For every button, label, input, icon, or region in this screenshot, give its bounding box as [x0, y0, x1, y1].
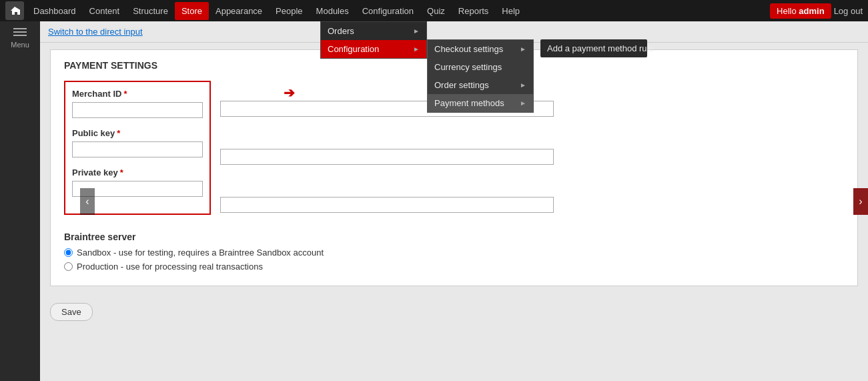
nav-dashboard[interactable]: Dashboard [27, 2, 83, 20]
public-key-input[interactable] [72, 141, 203, 157]
nav-right-section: Hello admin Log out [770, 3, 863, 19]
save-button[interactable]: Save [50, 303, 93, 321]
store-orders-item[interactable]: Orders ► [321, 22, 426, 40]
sandbox-radio-row: Sandbox - use for testing, requires a Br… [64, 248, 844, 258]
production-radio[interactable] [64, 262, 73, 271]
currency-settings-item[interactable]: Currency settings [428, 58, 533, 76]
configuration-label: Configuration [328, 44, 379, 54]
public-key-field: Public key* [72, 128, 203, 157]
merchant-id-label: Merchant ID* [72, 89, 203, 99]
hamburger-bar-2 [13, 31, 27, 33]
nav-appearance[interactable]: Appearance [209, 2, 269, 20]
payment-methods-label: Payment methods [434, 98, 504, 108]
nav-structure[interactable]: Structure [126, 2, 175, 20]
payment-methods-item[interactable]: Payment methods ► [428, 94, 533, 112]
switch-direct-input-link[interactable]: Switch to the direct input [48, 27, 143, 37]
orders-label: Orders [328, 26, 354, 36]
menu-button[interactable]: Menu [11, 28, 29, 49]
order-expand-icon: ► [520, 81, 526, 89]
store-configuration-item[interactable]: Configuration ► [321, 40, 426, 58]
merchant-id-field: Merchant ID* [72, 89, 203, 118]
private-required-marker: * [120, 167, 123, 177]
private-key-full-input[interactable] [220, 197, 554, 213]
order-settings-item[interactable]: Order settings ► [428, 76, 533, 94]
hello-prefix: Hello [777, 6, 799, 16]
page-area: Menu Switch to the direct input Orders ►… [0, 21, 868, 381]
sandbox-label: Sandbox - use for testing, requires a Br… [77, 248, 324, 258]
public-key-full-input[interactable] [220, 149, 554, 165]
sidebar: Menu [0, 21, 40, 381]
payment-expand-icon: ► [520, 99, 526, 107]
order-settings-label: Order settings [434, 80, 489, 90]
nav-content[interactable]: Content [83, 2, 127, 20]
top-navigation: Dashboard Content Structure Store Appear… [0, 0, 868, 21]
merchant-id-input[interactable] [72, 102, 203, 118]
braintree-section: Braintree server Sandbox - use for testi… [64, 232, 844, 272]
sandbox-radio[interactable] [64, 248, 73, 257]
admin-name: admin [799, 6, 824, 16]
main-content: Switch to the direct input Orders ► Conf… [40, 21, 868, 381]
nav-configuration[interactable]: Configuration [356, 2, 420, 20]
production-label: Production - use for processing real tra… [77, 262, 263, 272]
left-arrow-button[interactable]: ‹ [80, 188, 95, 215]
admin-greeting[interactable]: Hello admin [770, 3, 831, 19]
menu-label: Menu [11, 41, 29, 49]
orders-expand-icon: ► [413, 27, 420, 35]
public-key-label: Public key* [72, 128, 203, 138]
nav-reports[interactable]: Reports [452, 2, 496, 20]
store-dropdown: Orders ► Configuration ► [320, 21, 427, 59]
braintree-title: Braintree server [64, 232, 844, 242]
checkout-settings-label: Checkout settings [434, 44, 503, 54]
configuration-expand-icon: ► [413, 45, 420, 53]
public-full-input-row [220, 149, 554, 165]
right-arrow-button[interactable]: › [853, 188, 868, 215]
hamburger-bar-3 [13, 35, 27, 36]
nav-modules[interactable]: Modules [310, 2, 356, 20]
nav-help[interactable]: Help [495, 2, 526, 20]
merchant-required-marker: * [123, 89, 127, 99]
home-logo[interactable] [5, 1, 24, 20]
logout-button[interactable]: Log out [834, 6, 863, 16]
hamburger-bar-1 [13, 28, 27, 29]
checkout-settings-item[interactable]: Checkout settings ► [428, 40, 533, 58]
private-key-label: Private key* [72, 167, 203, 177]
nav-store[interactable]: Store [175, 2, 209, 20]
nav-quiz[interactable]: Quiz [420, 2, 452, 20]
arrow-indicator: ➔ [284, 85, 295, 101]
config-submenu: Checkout settings ► Currency settings Or… [427, 39, 534, 113]
private-full-input-row [220, 197, 554, 213]
public-required-marker: * [117, 128, 120, 138]
production-radio-row: Production - use for processing real tra… [64, 262, 844, 272]
payment-tooltip: Add a payment method rule [540, 39, 647, 57]
nav-people[interactable]: People [269, 2, 309, 20]
checkout-expand-icon: ► [520, 45, 526, 53]
currency-settings-label: Currency settings [434, 62, 502, 72]
